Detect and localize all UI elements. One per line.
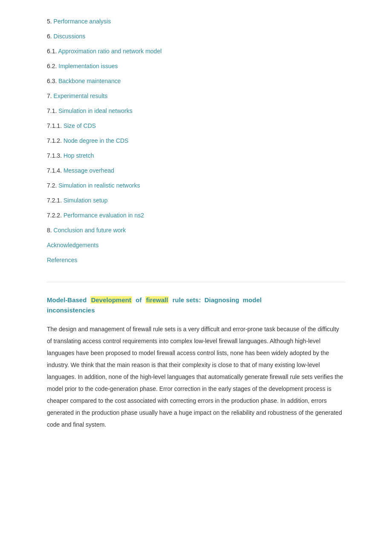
title-model-based: Model-Based xyxy=(47,296,90,304)
toc-item-7-1: 7.1. Simulation in ideal networks xyxy=(47,107,345,116)
toc-link-acknowledgements[interactable]: Acknowledgements xyxy=(47,242,98,249)
article-title: Model-Based Development of firewall rule… xyxy=(47,295,345,315)
toc-item-7-2: 7.2. Simulation in realistic networks xyxy=(47,181,345,190)
toc-item-6-2: 6.2. Implementation issues xyxy=(47,62,345,71)
toc-item-7-1-4: 7.1.4. Message overhead xyxy=(47,166,345,175)
section-divider xyxy=(47,282,345,282)
toc-item-6-3: 6.3. Backbone maintenance xyxy=(47,77,345,86)
title-highlight-development: Development xyxy=(90,296,132,304)
toc-item-7-1-1: 7.1.1. Size of CDS xyxy=(47,121,345,130)
toc-section: 5. Performance analysis 6. Discussions 6… xyxy=(47,17,345,265)
toc-link-7-1-2[interactable]: Node degree in the CDS xyxy=(63,137,129,144)
article-paragraph: The design and management of firewall ru… xyxy=(47,323,345,431)
toc-number-6-1: 6.1. xyxy=(47,48,57,55)
toc-number-6-2: 6.2. xyxy=(47,63,57,69)
toc-number-7-1-4: 7.1.4. xyxy=(47,167,62,174)
toc-number-6: 6. xyxy=(47,33,52,40)
toc-number-7-2-1: 7.2.1. xyxy=(47,197,62,204)
toc-item-7-1-3: 7.1.3. Hop stretch xyxy=(47,151,345,160)
toc-item-7-2-1: 7.2.1. Simulation setup xyxy=(47,196,345,205)
toc-link-7-2[interactable]: Simulation in realistic networks xyxy=(58,182,140,189)
toc-link-6[interactable]: Discussions xyxy=(54,33,86,40)
page-container: 5. Performance analysis 6. Discussions 6… xyxy=(0,0,392,448)
toc-item-6: 6. Discussions xyxy=(47,32,345,41)
toc-number-7: 7. xyxy=(47,92,52,99)
toc-link-6-3[interactable]: Backbone maintenance xyxy=(58,78,121,84)
toc-link-7-2-1[interactable]: Simulation setup xyxy=(63,197,108,204)
toc-item-7-2-2: 7.2.2. Performance evaluation in ns2 xyxy=(47,211,345,220)
toc-link-6-1[interactable]: Approximation ratio and network model xyxy=(58,48,161,55)
title-highlight-firewall: firewall xyxy=(145,296,169,304)
toc-number-7-1-1: 7.1.1. xyxy=(47,122,62,129)
toc-number-5: 5. xyxy=(47,18,52,25)
toc-link-7-1[interactable]: Simulation in ideal networks xyxy=(58,107,133,114)
toc-link-6-2[interactable]: Implementation issues xyxy=(58,63,118,69)
toc-item-8: 8. Conclusion and future work xyxy=(47,226,345,235)
toc-item-6-1: 6.1. Approximation ratio and network mod… xyxy=(47,47,345,56)
toc-number-7-2-2: 7.2.2. xyxy=(47,212,62,219)
toc-link-8[interactable]: Conclusion and future work xyxy=(54,227,126,234)
toc-number-7-1-3: 7.1.3. xyxy=(47,152,62,159)
title-inconsistencies: inconsistencies xyxy=(47,306,95,314)
article-body: The design and management of firewall ru… xyxy=(47,323,345,431)
toc-item-7: 7. Experimental results xyxy=(47,92,345,101)
title-of: of xyxy=(132,296,145,304)
toc-item-acknowledgements: Acknowledgements xyxy=(47,241,345,250)
toc-link-references[interactable]: References xyxy=(47,257,78,263)
title-rest: rule sets: Diagnosing model xyxy=(169,296,262,304)
toc-item-7-1-2: 7.1.2. Node degree in the CDS xyxy=(47,136,345,145)
article-section: Model-Based Development of firewall rule… xyxy=(47,295,345,431)
toc-link-7-1-3[interactable]: Hop stretch xyxy=(63,152,94,159)
toc-link-7[interactable]: Experimental results xyxy=(54,92,108,99)
toc-item-references: References xyxy=(47,256,345,265)
toc-link-5[interactable]: Performance analysis xyxy=(54,18,111,25)
toc-item-5: 5. Performance analysis xyxy=(47,17,345,26)
toc-link-7-1-1[interactable]: Size of CDS xyxy=(63,122,96,129)
toc-number-8: 8. xyxy=(47,227,52,234)
toc-number-7-1-2: 7.1.2. xyxy=(47,137,62,144)
toc-number-6-3: 6.3. xyxy=(47,78,57,84)
toc-link-7-1-4[interactable]: Message overhead xyxy=(63,167,114,174)
toc-number-7-2: 7.2. xyxy=(47,182,57,189)
toc-link-7-2-2[interactable]: Performance evaluation in ns2 xyxy=(63,212,144,219)
toc-number-7-1: 7.1. xyxy=(47,107,57,114)
